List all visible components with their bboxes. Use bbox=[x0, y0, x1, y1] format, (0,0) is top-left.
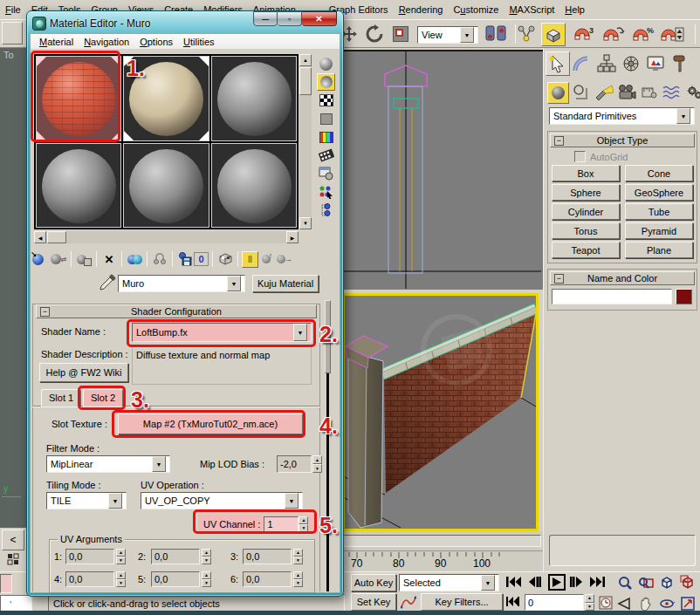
make-preview-icon[interactable] bbox=[317, 147, 335, 164]
show-end-result-icon[interactable]: ‖ bbox=[242, 251, 258, 268]
tab-display[interactable] bbox=[643, 51, 668, 76]
button-plane[interactable]: Plane bbox=[625, 242, 693, 258]
button-torus[interactable]: Torus bbox=[552, 222, 620, 239]
slot-texture-button[interactable]: Map #2 (TxMuroTut02_nm.ace) bbox=[118, 413, 303, 434]
material-map-navigator-icon[interactable] bbox=[317, 202, 335, 219]
sample-type-icon[interactable] bbox=[317, 55, 335, 72]
go-forward-sibling-icon[interactable]: → bbox=[276, 251, 293, 268]
material-slot-6[interactable] bbox=[211, 143, 297, 229]
button-teapot[interactable]: Teapot bbox=[552, 242, 620, 258]
sample-uv-tiling-icon[interactable] bbox=[317, 110, 335, 127]
menu-material[interactable]: Material bbox=[34, 36, 79, 48]
timeline-ruler[interactable]: 70 80 90 100 bbox=[339, 550, 546, 571]
make-unique-icon[interactable] bbox=[151, 251, 168, 268]
primitives-dropdown[interactable]: Standard Primitives ▼ bbox=[549, 107, 695, 125]
button-cylinder[interactable]: Cylinder bbox=[552, 203, 620, 220]
button-box[interactable]: Box bbox=[552, 165, 620, 181]
uv-arg-spinner[interactable]: ▲▼ bbox=[116, 571, 126, 587]
object-color-swatch[interactable] bbox=[676, 289, 692, 304]
dialog-titlebar[interactable]: Material Editor - Muro — ▫ ✕ bbox=[30, 14, 340, 33]
go-to-start-button[interactable] bbox=[506, 577, 521, 587]
menu-maxscript[interactable]: MAXScript bbox=[504, 3, 559, 16]
slots-vertical-scrollbar[interactable]: ▲ ▼ bbox=[299, 54, 312, 229]
menu-customize[interactable]: Customize bbox=[448, 3, 504, 16]
shader-config-rollout-header[interactable]: − Shader Configuration bbox=[36, 304, 317, 318]
angle-snap-icon[interactable]: 3 bbox=[573, 25, 595, 46]
uv-channel-field[interactable]: 1 bbox=[264, 516, 299, 532]
put-material-to-scene-icon[interactable]: ⇄ bbox=[50, 251, 67, 268]
options-icon[interactable] bbox=[317, 165, 335, 182]
material-slot-4[interactable] bbox=[36, 143, 121, 229]
scrollbar-thumb[interactable] bbox=[47, 231, 66, 243]
uv-arg-field-5[interactable]: 0,0 bbox=[151, 571, 200, 587]
background-checker-icon[interactable] bbox=[317, 92, 335, 109]
pick-material-eyedropper-icon[interactable] bbox=[99, 274, 116, 293]
make-material-copy-icon[interactable] bbox=[126, 251, 143, 268]
select-rotate-icon[interactable] bbox=[365, 24, 384, 45]
maximize-button[interactable]: ▫ bbox=[278, 11, 302, 26]
select-by-material-icon[interactable] bbox=[317, 183, 335, 201]
reference-coordsys-dropdown[interactable]: View ▼ bbox=[417, 26, 478, 44]
uv-arg-spinner[interactable]: ▲▼ bbox=[293, 549, 303, 564]
menu-utilities[interactable]: Utilities bbox=[178, 36, 219, 48]
zoom-extents-icon[interactable] bbox=[658, 574, 676, 591]
menu-file[interactable]: File bbox=[0, 3, 26, 16]
uv-operation-dropdown[interactable]: UV_OP_COPY ▼ bbox=[141, 492, 303, 509]
filter-mode-dropdown[interactable]: MipLinear ▼ bbox=[46, 455, 170, 473]
zoom-all-icon[interactable] bbox=[637, 574, 655, 591]
snap-toggle-button[interactable] bbox=[541, 23, 566, 46]
uv-arg-field-6[interactable]: 0,0 bbox=[243, 571, 292, 587]
material-slot-3[interactable] bbox=[211, 56, 297, 141]
set-key-button[interactable]: Set Key bbox=[351, 593, 396, 611]
category-lights[interactable] bbox=[594, 82, 614, 104]
object-type-rollout-header[interactable]: − Object Type bbox=[550, 133, 695, 147]
chevron-down-icon[interactable]: ▼ bbox=[152, 456, 166, 472]
mirror-icon[interactable] bbox=[517, 24, 536, 45]
material-slot-1[interactable] bbox=[36, 56, 121, 141]
pan-hand-icon[interactable] bbox=[637, 595, 655, 612]
selection-set-dropdown[interactable]: Selected ▼ bbox=[399, 574, 499, 591]
get-material-icon[interactable]: ↘ bbox=[32, 251, 50, 268]
material-name-dropdown[interactable]: Muro ▼ bbox=[118, 275, 245, 292]
uv-arg-spinner[interactable]: ▲▼ bbox=[202, 549, 211, 564]
tiling-mode-dropdown[interactable]: TILE ▼ bbox=[46, 492, 127, 509]
uv-arg-field-1[interactable]: 0,0 bbox=[65, 549, 114, 564]
scrollbar-thumb[interactable] bbox=[299, 67, 312, 95]
button-tube[interactable]: Tube bbox=[625, 203, 693, 220]
toolbar-fragment-button[interactable] bbox=[2, 22, 23, 44]
show-map-in-viewport-icon[interactable] bbox=[216, 251, 234, 268]
auto-key-button[interactable]: Auto Key bbox=[351, 574, 396, 591]
name-color-rollout-header[interactable]: − Name and Color bbox=[550, 271, 695, 285]
category-cameras[interactable] bbox=[616, 82, 637, 104]
tab-create[interactable] bbox=[546, 51, 570, 76]
frame-spinner[interactable]: ▲▼ bbox=[585, 594, 594, 611]
tab-motion[interactable] bbox=[619, 51, 643, 76]
mip-lod-spinner[interactable]: ▲▼ bbox=[312, 455, 322, 473]
category-systems[interactable] bbox=[684, 82, 700, 104]
scroll-right-button[interactable]: ▶ bbox=[286, 231, 299, 243]
key-mode-toggle[interactable] bbox=[506, 597, 519, 606]
menu-options[interactable]: Options bbox=[134, 36, 178, 48]
button-sphere[interactable]: Sphere bbox=[552, 184, 620, 201]
uv-arg-field-2[interactable]: 0,0 bbox=[151, 549, 200, 564]
menu-navigation[interactable]: Navigation bbox=[79, 36, 134, 48]
chevron-down-icon[interactable]: ▼ bbox=[676, 108, 690, 124]
curve-icon[interactable] bbox=[399, 593, 418, 611]
scroll-back-button[interactable]: < bbox=[2, 530, 24, 550]
field-of-view-icon[interactable] bbox=[616, 595, 634, 612]
arc-rotate-icon[interactable] bbox=[658, 595, 676, 612]
current-frame-field[interactable]: 0 bbox=[525, 594, 584, 611]
spinner-snap-icon[interactable] bbox=[660, 25, 684, 46]
close-button[interactable]: ✕ bbox=[302, 11, 337, 26]
zoom-extents-all-icon[interactable] bbox=[679, 574, 697, 591]
next-frame-button[interactable] bbox=[570, 577, 582, 587]
chevron-down-icon[interactable]: ▼ bbox=[460, 27, 474, 43]
percent-snap-icon[interactable]: % bbox=[632, 25, 655, 46]
chevron-down-icon[interactable]: ▼ bbox=[285, 493, 299, 509]
category-shapes[interactable] bbox=[571, 82, 592, 104]
time-configuration-button[interactable] bbox=[597, 594, 614, 611]
object-name-field[interactable] bbox=[552, 289, 672, 304]
chevron-down-icon[interactable]: ▼ bbox=[481, 575, 495, 591]
video-color-check-icon[interactable] bbox=[317, 128, 335, 146]
button-geosphere[interactable]: GeoSphere bbox=[625, 184, 693, 201]
